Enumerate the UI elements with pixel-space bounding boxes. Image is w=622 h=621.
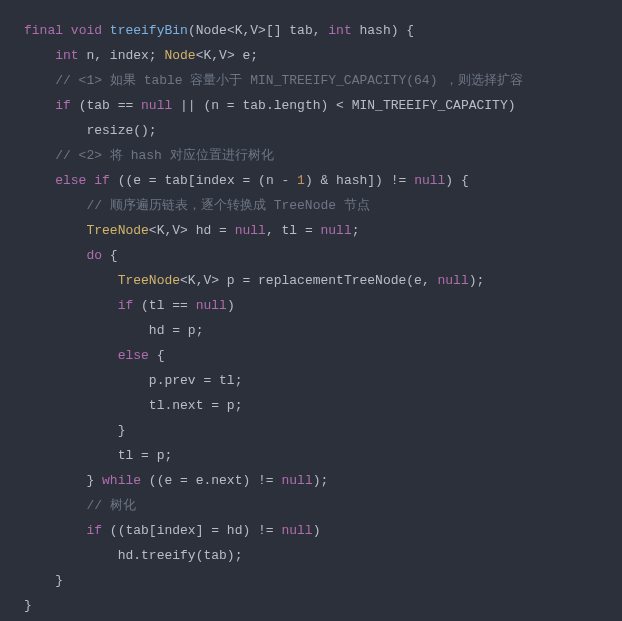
- code-block: final void treeifyBin(Node<K,V>[] tab, i…: [0, 0, 622, 621]
- code-line: p.prev = tl;: [24, 373, 242, 388]
- code-line: hd = p;: [24, 323, 203, 338]
- code-line: tl = p;: [24, 448, 172, 463]
- code-line: final void treeifyBin(Node<K,V>[] tab, i…: [24, 23, 414, 38]
- code-line: if (tab == null || (n = tab.length) < MI…: [24, 98, 516, 113]
- code-line: int n, index; Node<K,V> e;: [24, 48, 258, 63]
- code-line: // 树化: [24, 498, 136, 513]
- code-line: else {: [24, 348, 164, 363]
- code-line: }: [24, 573, 63, 588]
- code-line: // <2> 将 hash 对应位置进行树化: [24, 148, 274, 163]
- code-line: } while ((e = e.next) != null);: [24, 473, 328, 488]
- code-line: resize();: [24, 123, 157, 138]
- code-line: hd.treeify(tab);: [24, 548, 242, 563]
- code-line: TreeNode<K,V> hd = null, tl = null;: [24, 223, 360, 238]
- code-line: TreeNode<K,V> p = replacementTreeNode(e,…: [24, 273, 484, 288]
- code-line: // <1> 如果 table 容量小于 MIN_TREEIFY_CAPACIT…: [24, 73, 523, 88]
- code-line: }: [24, 598, 32, 613]
- code-line: else if ((e = tab[index = (n - 1) & hash…: [24, 173, 469, 188]
- code-line: }: [24, 423, 125, 438]
- code-line: // 顺序遍历链表，逐个转换成 TreeNode 节点: [24, 198, 370, 213]
- code-line: tl.next = p;: [24, 398, 242, 413]
- code-line: if ((tab[index] = hd) != null): [24, 523, 321, 538]
- code-line: if (tl == null): [24, 298, 235, 313]
- code-line: do {: [24, 248, 118, 263]
